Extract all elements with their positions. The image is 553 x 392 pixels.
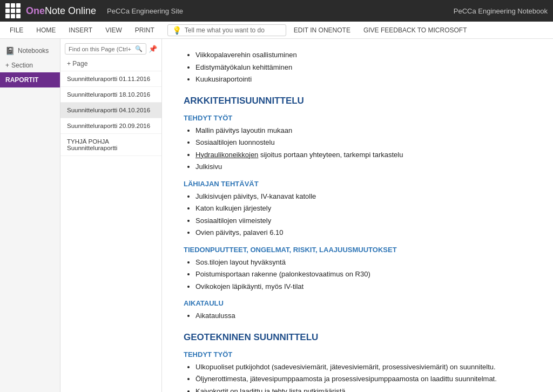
bullet-list-0-1: Julkisivujen päivitys, IV-kanavat katoll… (184, 191, 531, 238)
section-heading-0: ARKKITEHTISUUNNITTELU (184, 96, 531, 106)
bullet-0-3-0: Aikataulussa (195, 310, 531, 321)
bullet-0-1-3: Ovien päivitys, palaveri 6.10 (195, 227, 531, 238)
bullet-0-0-0: Mallin päivitys layoutin mukaan (195, 125, 531, 136)
bullet-list-0-3: Aikataulussa (184, 310, 531, 321)
intro-bullet-0: Viikkopalaverehin osallistuminen (195, 50, 531, 60)
menu-insert[interactable]: INSERT (63, 24, 98, 36)
page-item-0[interactable]: Suunnitteluraportti 01.11.2016 (60, 71, 161, 87)
bullet-1-0-1: Öljynerottimesta, jätevesipumppaamosta j… (195, 374, 531, 384)
pin-icon[interactable]: 📌 (149, 45, 157, 53)
menu-home[interactable]: HOME (31, 24, 61, 36)
bullet-list-0-0: Mallin päivitys layoutin mukaan Sosiaalt… (184, 125, 531, 172)
menu-view[interactable]: VIEW (100, 24, 127, 36)
notebooks-nav-item[interactable]: 📓 Notebooks (0, 43, 60, 58)
give-feedback-button[interactable]: GIVE FEEDBACK TO MICROSOFT (358, 24, 473, 36)
page-item-3[interactable]: Suunnitteluraportti 20.09.2016 (60, 118, 161, 134)
intro-bullet-1: Edistymätyökalun kehittäminen (195, 62, 531, 73)
bullet-0-1-2: Sosiaaltilojen viimeistely (195, 215, 531, 226)
bullet-0-2-0: Sos.tilojen layout hyväksyntä (195, 257, 531, 268)
site-name: PeCCa Engineering Site (107, 7, 454, 15)
notebooks-label: Notebooks (18, 47, 49, 55)
app-name: OneNote Online (26, 5, 96, 17)
notebook-name: PeCCa Engineering Notebook (454, 7, 548, 15)
page-item-1[interactable]: Suunnitteluraportti 18.10.2016 (60, 87, 161, 103)
intro-bullet-list: Viikkopalaverehin osallistuminen Edistym… (184, 50, 531, 85)
bullet-list-0-2: Sos.tilojen layout hyväksyntä Poistumisp… (184, 257, 531, 292)
search-icon: 🔍 (135, 45, 143, 52)
bullet-1-0-2: Kaivokortit on laadittu ja tehty lista p… (195, 386, 531, 393)
top-bar: OneNote Online PeCCa Engineering Site Pe… (0, 0, 553, 22)
edit-in-onenote-button[interactable]: EDIT IN ONENOTE (288, 24, 356, 36)
add-page-button[interactable]: + Page (60, 57, 161, 71)
tell-me-box[interactable]: 💡 Tell me what you want to do (167, 24, 286, 36)
bullet-0-2-2: Ovikokojen läpikäynti, myös IV-tilat (195, 281, 531, 292)
bullet-0-0-3: Julkisivu (195, 161, 531, 172)
page-item-2[interactable]: Suunnitteluraportti 04.10.2016 (60, 103, 161, 118)
page-list: Find on this Page (Ctrl+ 🔍 📌 + Page Suun… (60, 39, 162, 392)
page-search-box[interactable]: Find on this Page (Ctrl+ 🔍 (65, 43, 146, 55)
menu-bar: FILE HOME INSERT VIEW PRINT 💡 Tell me wh… (0, 22, 553, 39)
section-nav-item[interactable]: + Section (0, 58, 60, 72)
page-list-header: Find on this Page (Ctrl+ 🔍 📌 (60, 39, 161, 57)
sidebar: 📓 Notebooks + Section RAPORTIT (0, 39, 60, 392)
section-heading-1: GEOTEKNINEN SUUNNITTELU (184, 332, 531, 343)
sub-heading-0-0: TEHDYT TYÖT (184, 114, 531, 122)
bullet-1-0-0: Ulkopuoliset putkijohdot (sadevesiviemär… (195, 362, 531, 373)
raportit-section-item[interactable]: RAPORTIT (0, 72, 60, 87)
bullet-0-1-1: Katon kulkujen järjestely (195, 203, 531, 214)
menu-file[interactable]: FILE (4, 24, 29, 36)
main-layout: 📓 Notebooks + Section RAPORTIT Find on t… (0, 39, 553, 392)
plus-icon: + (5, 62, 9, 69)
bullet-0-2-1: Poistumisportaan rakenne (palonkestovaat… (195, 269, 531, 280)
tell-me-text: Tell me what you want to do (185, 26, 265, 34)
search-placeholder: Find on this Page (Ctrl+ (69, 46, 131, 52)
page-item-4[interactable]: TYHJÄ POHJA Suunnitteluraportti (60, 134, 161, 156)
section-label: Section (11, 62, 33, 69)
sub-heading-0-3: AIKATAULU (184, 299, 531, 307)
intro-bullet-2: Kuukusiraportointi (195, 74, 531, 85)
bullet-0-0-1: Sosiaaltilojen luonnostelu (195, 137, 531, 148)
sub-heading-0-2: TIEDONPUUTTEET, ONGELMAT, RISKIT, LAAJUU… (184, 246, 531, 254)
bullet-list-1-0: Ulkopuoliset putkijohdot (sadevesiviemär… (184, 362, 531, 393)
sub-heading-1-0: TEHDYT TYÖT (184, 350, 531, 359)
waffle-menu-icon[interactable] (5, 3, 21, 18)
bullet-0-1-0: Julkisivujen päivitys, IV-kanavat katoll… (195, 191, 531, 202)
main-content[interactable]: Viikkopalaverehin osallistuminen Edistym… (162, 39, 553, 392)
sub-heading-0-1: LÄHIAJAN TEHTÄVÄT (184, 180, 531, 188)
lightbulb-icon: 💡 (172, 26, 181, 35)
menu-print[interactable]: PRINT (130, 24, 160, 36)
notebook-icon: 📓 (5, 46, 15, 55)
bullet-0-0-2: Hydraulikoneikkojen sijoitus portaan yht… (195, 150, 531, 160)
